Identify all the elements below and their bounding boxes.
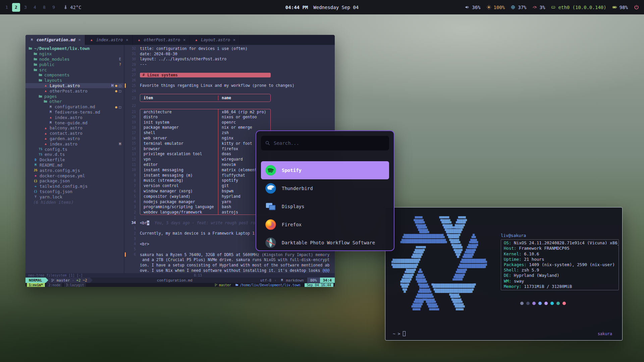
fetch-info-row: Uptime: 21 hours (504, 257, 616, 262)
workspace-4[interactable]: 4 (31, 3, 39, 12)
launcher-item-Spotify[interactable]: Spotify (261, 161, 389, 179)
terminal-window[interactable]: ▗▄▄▄ ▗▄▄▄▄ ▄▄▄▖ ▜███▙ ▜███▙ ▟███▛ ▜███▙ … (385, 207, 623, 341)
fetch-info-row: Shell: zsh 5.9 (504, 267, 616, 273)
search-box[interactable] (261, 136, 389, 150)
workspace-9[interactable]: 9 (50, 3, 58, 12)
folder-icon (38, 78, 43, 82)
topbar-module-memory[interactable]: 37% (511, 5, 526, 10)
clock[interactable]: 04:44 PM Wednesday Sep 04 (285, 0, 359, 14)
tree-item-other[interactable]: other (25, 99, 124, 104)
line-content: architecturex86_64 (rip m2 pro) (140, 109, 335, 114)
tree-item-label: (6 hidden items) (33, 200, 73, 205)
tree-item-config.ts[interactable]: TSconfig.ts (25, 146, 124, 152)
tree-item-index.astro[interactable]: ▲index.astro (25, 115, 124, 120)
fetch-info-row: OS: NixOS 24.11.20240828.71e91c4 (Vicuna… (504, 240, 616, 246)
astro-icon: ▲ (89, 38, 94, 42)
tree-item-README.md[interactable]: MREADME.md (25, 163, 124, 168)
tree-item-Dockerfile[interactable]: DDockerfile (25, 157, 124, 163)
tmux-window-1:nvim*[interactable]: 1:nvim* (27, 283, 45, 287)
tree-item-env.d.ts[interactable]: TSenv.d.ts (25, 152, 124, 157)
line-content: and a 2TB (Crucial P5 Plus) NVMe drive. … (140, 257, 335, 262)
tmux-window-2:node[interactable]: 2:node (46, 283, 62, 287)
close-icon[interactable]: × (126, 38, 128, 42)
launcher-item-Darktable Photo Workflow Software[interactable]: Darktable Photo Workflow Software (261, 234, 389, 251)
editor-line: 19init systemopenrc (124, 120, 335, 125)
search-input[interactable] (274, 140, 385, 146)
tree-item-tsconfig.json[interactable]: {}tsconfig.json (25, 189, 124, 194)
tree-item-package.json[interactable]: {}package.json (25, 178, 124, 184)
astro-icon: ▲ (194, 38, 199, 42)
tailwind-icon: ≈ (33, 185, 38, 188)
astro-icon: ▲ (43, 137, 48, 140)
table-cell: programming/scripting language (140, 204, 218, 210)
tree-item-fediverse-terms.md[interactable]: Mfediverse-terms.md (25, 110, 124, 115)
app-launcher: SpotifyThunderbirdDisplaysFirefoxDarktab… (256, 130, 394, 251)
thermometer-icon (63, 5, 68, 10)
workspace-3[interactable]: 3 (21, 3, 30, 12)
topbar-module-cpu[interactable]: 3% (532, 5, 545, 10)
tree-item-index.astro[interactable]: ▲index.astroH (25, 141, 124, 146)
folder-icon (43, 99, 48, 104)
tab-otherPost.astro[interactable]: ▲otherPost.astro× (133, 35, 190, 45)
close-icon[interactable]: × (183, 38, 185, 42)
tree-item-pages[interactable]: pages (25, 94, 124, 99)
tree-item-tailwind.config.mjs[interactable]: ≈tailwind.config.mjs (25, 184, 124, 189)
launcher-item-label: Spotify (282, 168, 302, 173)
temperature-module[interactable]: 42°C (63, 5, 82, 10)
tree-item-astro.config.mjs[interactable]: JSastro.config.mjs (25, 168, 124, 173)
close-icon[interactable]: × (78, 38, 81, 42)
workspace-2[interactable]: 2 (12, 3, 20, 12)
tmux-window-3:lazygit[interactable]: 3:lazygit (64, 283, 86, 287)
launcher-item-Thunderbird[interactable]: Thunderbird (261, 179, 389, 197)
topbar-module-brightness[interactable]: 100% (486, 5, 505, 10)
tree-item-docker-compose.yml[interactable]: ◆docker-compose.yml (25, 173, 124, 178)
launcher-item-label: Thunderbird (282, 186, 313, 191)
git-added-count: +2 (76, 278, 80, 283)
tree-item-(6 hidden items)[interactable]: (6 hidden items) (25, 199, 124, 205)
topbar-module-volume[interactable]: 36% (465, 5, 480, 10)
tree-item-garden.astro[interactable]: ▲garden.astro (25, 136, 124, 141)
tree-item-balcony.astro[interactable]: ▲balcony.astro (25, 125, 124, 131)
tree-item-nginx[interactable]: nginx (25, 51, 124, 57)
terminal-color-palette (520, 302, 619, 305)
tree-item-label: index.astro (55, 115, 83, 120)
fetch-user-host: liv@sakura (501, 233, 619, 238)
tab-index.astro[interactable]: ▲index.astro× (85, 35, 133, 45)
yml-icon: ◆ (33, 174, 38, 177)
launcher-item-Firefox[interactable]: Firefox (261, 216, 389, 234)
tree-item-yarn.lock[interactable]: Yyarn.lock (25, 194, 124, 199)
table-cell: terminal emulator (140, 141, 218, 146)
filetype-label: markdown (286, 278, 304, 283)
topbar-module-battery[interactable]: 98% (612, 5, 628, 10)
close-icon[interactable]: × (233, 38, 235, 42)
tree-item-src[interactable]: src (25, 67, 124, 72)
workspace-8[interactable]: 8 (40, 3, 48, 12)
topbar-module-network[interactable]: eth0 (10.0.0.140) (551, 5, 606, 10)
table-row: package managernix or emerge (140, 125, 271, 130)
fetch-info-row: Host: Framework FRANMDCP05 (504, 246, 616, 251)
tab-configuration.md[interactable]: Mconfiguration.md× (25, 35, 85, 45)
tree-item-otherPost.astro[interactable]: ▲otherPost.astro●□ (25, 88, 124, 94)
power-button[interactable] (634, 4, 639, 10)
launcher-item-Displays[interactable]: Displays (261, 197, 389, 216)
color-dot (562, 302, 566, 305)
tree-item-tone-guide.md[interactable]: Mtone-guide.md (25, 120, 124, 125)
mode-indicator: NORMAL (25, 278, 46, 283)
table-cell: version control (140, 183, 218, 188)
tree-item-node_modules[interactable]: node_modulesE (25, 57, 124, 62)
tree-item-contact.astro[interactable]: ▲contact.astro (25, 131, 124, 136)
tree-item-Layout.astro[interactable]: ▲Layout.astroH●□ (25, 83, 124, 88)
shell-prompt[interactable]: ~ > (393, 331, 406, 336)
editor-line: 6sakura has a Ryzen 5 7640U, 32GB of DDR… (124, 252, 335, 257)
tree-item-layouts[interactable]: layouts (25, 78, 124, 83)
change-marker (125, 83, 126, 88)
tree-item-components[interactable]: components (25, 72, 124, 78)
tree-root[interactable]: ~/Development/liv.town (25, 46, 124, 51)
tree-item-public[interactable]: public? (25, 62, 124, 67)
module-value: 36% (472, 5, 480, 10)
tree-item-configuration.md[interactable]: Mconfiguration.md●□ (25, 104, 124, 110)
tab-label: configuration.md (37, 38, 75, 42)
tab-Layout.astro[interactable]: ▲Layout.astro× (190, 35, 240, 45)
tab-label: otherPost.astro (144, 38, 180, 42)
workspace-1[interactable]: 1 (3, 3, 11, 12)
